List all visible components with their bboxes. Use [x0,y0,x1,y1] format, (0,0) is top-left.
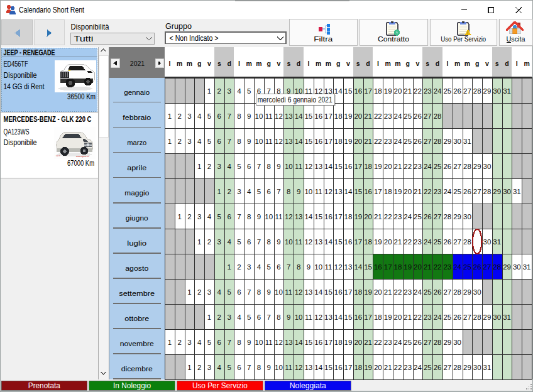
svg-text:17: 17 [354,163,362,170]
svg-text:1: 1 [217,188,221,195]
svg-text:25: 25 [404,112,412,120]
svg-text:15: 15 [304,138,312,145]
svg-text:8: 8 [297,263,300,271]
svg-text:JEEP - RENEGADE: JEEP - RENEGADE [4,48,55,57]
svg-text:17: 17 [384,263,392,271]
svg-text:3: 3 [227,313,231,321]
svg-text:17: 17 [324,138,332,145]
svg-text:26: 26 [414,138,422,145]
svg-text:1: 1 [177,213,181,220]
svg-text:18: 18 [354,288,362,296]
svg-text:10: 10 [265,213,273,220]
svg-text:17: 17 [364,313,372,321]
svg-text:25: 25 [424,364,432,371]
svg-text:22: 22 [374,138,382,145]
svg-text:l: l [446,60,448,67]
svg-text:10: 10 [255,138,263,145]
svg-text:28: 28 [463,163,471,170]
svg-text:28: 28 [434,138,442,145]
svg-text:24: 24 [443,188,451,195]
svg-text:23: 23 [414,163,422,170]
svg-text:30: 30 [453,339,461,346]
svg-text:4: 4 [227,163,231,170]
svg-text:14: 14 [344,188,353,195]
svg-text:6: 6 [247,163,251,170]
svg-text:5: 5 [247,313,251,321]
svg-text:27: 27 [483,263,492,271]
svg-text:9: 9 [247,138,251,145]
svg-text:22: 22 [404,238,412,246]
svg-text:24: 24 [394,112,402,120]
svg-text:Disponibile: Disponibile [4,138,37,147]
svg-text:3: 3 [187,339,191,346]
svg-text:m: m [395,60,400,67]
svg-text:aprile: aprile [127,164,146,172]
svg-text:8: 8 [237,339,241,346]
svg-text:29: 29 [463,364,471,371]
svg-text:v: v [416,60,420,67]
svg-text:5: 5 [247,87,251,95]
svg-text:17: 17 [324,339,332,346]
svg-text:13: 13 [285,112,293,120]
svg-text:24: 24 [434,87,442,95]
svg-text:13: 13 [304,364,312,371]
svg-text:6: 6 [257,313,261,321]
svg-text:11: 11 [275,213,283,220]
svg-text:14: 14 [314,288,322,296]
svg-text:14: 14 [334,313,343,321]
svg-text:3: 3 [247,263,251,271]
svg-text:30: 30 [483,163,492,170]
svg-text:22: 22 [394,364,402,371]
svg-text:8: 8 [277,313,280,321]
svg-text:27: 27 [473,188,481,195]
svg-text:21: 21 [394,163,402,170]
svg-text:19: 19 [374,163,382,170]
svg-text:24: 24 [414,364,422,371]
svg-text:m: m [177,60,182,67]
svg-text:12: 12 [275,339,283,346]
svg-text:v: v [207,60,211,67]
svg-text:27: 27 [424,138,432,145]
svg-text:6: 6 [237,364,241,371]
svg-text:10: 10 [275,288,283,296]
svg-text:1: 1 [187,364,191,371]
svg-text:marzo: marzo [127,139,146,146]
svg-text:21: 21 [424,263,432,271]
svg-text:29: 29 [473,163,481,170]
svg-text:2: 2 [227,188,231,195]
svg-text:settembre: settembre [119,290,155,297]
svg-text:4: 4 [237,87,241,95]
svg-text:25: 25 [443,87,451,95]
svg-text:l: l [377,60,379,67]
svg-text:6: 6 [217,138,221,145]
svg-text:29: 29 [483,87,492,95]
svg-text:24: 24 [414,288,422,296]
svg-text:27: 27 [424,112,432,120]
svg-text:3: 3 [197,213,201,220]
svg-text:25: 25 [424,288,432,296]
svg-text:30: 30 [493,313,501,321]
svg-text:6: 6 [227,213,231,220]
svg-text:12: 12 [295,364,303,371]
svg-text:QA123WS: QA123WS [4,128,30,136]
svg-text:18: 18 [334,339,343,346]
svg-text:giugno: giugno [126,214,148,222]
svg-text:19: 19 [364,288,372,296]
svg-text:19: 19 [344,339,353,346]
svg-text:18: 18 [394,263,402,271]
svg-text:10: 10 [275,364,283,371]
svg-text:16: 16 [354,87,362,95]
svg-text:23: 23 [414,238,422,246]
svg-text:g: g [197,60,201,67]
svg-text:23: 23 [404,364,412,371]
svg-text:15: 15 [334,163,343,170]
svg-text:16: 16 [334,288,343,296]
svg-text:27: 27 [463,87,471,95]
svg-text:3: 3 [217,238,221,246]
svg-text:22: 22 [384,213,392,220]
svg-text:14: 14 [295,112,303,120]
svg-text:8: 8 [237,112,241,120]
svg-text:1: 1 [197,238,201,246]
svg-text:13: 13 [285,138,293,145]
svg-text:6: 6 [237,288,241,296]
